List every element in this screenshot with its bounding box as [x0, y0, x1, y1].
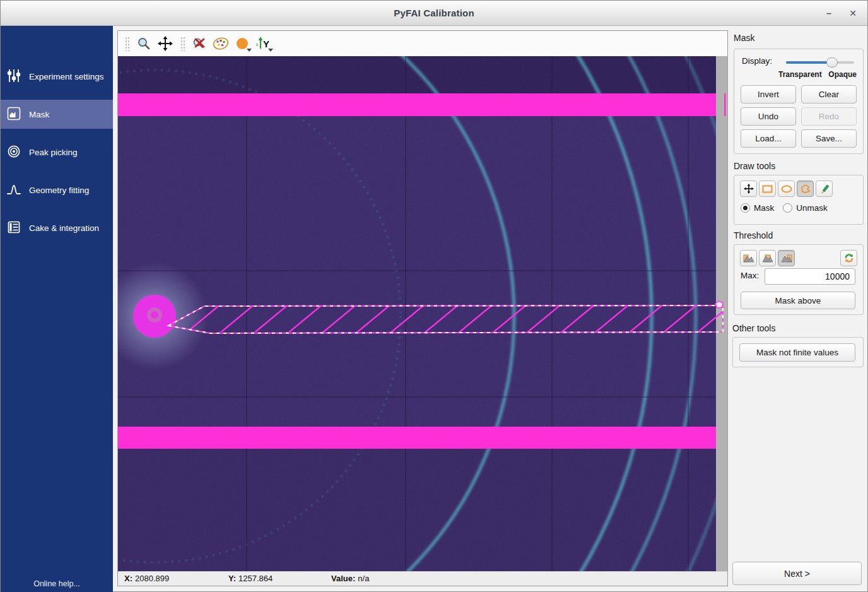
mask-above-tool-button[interactable] — [778, 250, 795, 266]
sidebar-item-mask[interactable]: Mask — [1, 100, 113, 129]
mask-not-finite-button[interactable]: Mask not finite values — [739, 343, 855, 362]
reload-histogram-button[interactable] — [840, 250, 857, 266]
plot-toolbar: 0 Y — [118, 31, 727, 56]
threshold-groupbox: Max: Mask above — [734, 244, 864, 315]
cake-icon — [7, 220, 21, 236]
mask-bar-bottom — [118, 427, 716, 449]
mask-groupbox: Display: Transparent Opaque Invert Clear… — [734, 49, 864, 154]
cursor-value-readout: Value:n/a — [331, 574, 369, 583]
pencil-tool-button[interactable] — [816, 181, 833, 197]
target-icon — [7, 145, 21, 160]
draw-tools-groupbox: Mask Unmask — [734, 175, 864, 225]
undo-button[interactable]: Undo — [741, 107, 796, 126]
colormap-icon[interactable] — [211, 34, 230, 53]
slider-thumb[interactable] — [826, 57, 838, 68]
display-label: Display: — [742, 56, 772, 66]
title-bar: PyFAI Calibration – ✕ — [1, 1, 867, 26]
sidebar-item-label: Cake & integration — [29, 223, 99, 233]
sidebar: Experiment settings Mask Peak picking — [1, 26, 113, 592]
sidebar-item-peak-picking[interactable]: Peak picking — [1, 138, 113, 167]
mask-bar-edge — [724, 93, 726, 116]
sidebar-item-label: Peak picking — [29, 148, 78, 157]
max-label: Max: — [741, 271, 759, 280]
plot-panel: 0 Y — [117, 30, 728, 586]
svg-text:0: 0 — [256, 43, 259, 47]
mask-between-tool-button[interactable] — [759, 250, 776, 266]
toolbar-grip[interactable] — [180, 36, 185, 51]
toolbar-grip[interactable] — [124, 36, 129, 51]
next-button[interactable]: Next > — [732, 562, 862, 585]
peak-curve-icon — [7, 182, 21, 198]
invert-button[interactable]: Invert — [741, 85, 796, 104]
beam-stop-mask — [133, 295, 176, 338]
cursor-x-readout: X:2080.899 — [124, 574, 169, 583]
slider-min-label: Transparent — [778, 70, 822, 79]
draw-tools-title: Draw tools — [734, 161, 775, 171]
pan-icon[interactable] — [156, 34, 175, 53]
zoom-reset-icon[interactable] — [190, 34, 209, 53]
sliders-icon — [7, 69, 21, 85]
hatched-mask-band[interactable] — [168, 305, 723, 333]
polygon-tool-button[interactable] — [797, 181, 814, 197]
zoom-icon[interactable] — [134, 34, 153, 53]
mask-color-icon[interactable] — [233, 34, 252, 53]
sidebar-item-label: Experiment settings — [29, 72, 104, 81]
y-axis-orientation-icon[interactable]: 0 Y — [254, 34, 273, 53]
sidebar-item-label: Geometry fitting — [29, 186, 89, 195]
app-window: PyFAI Calibration – ✕ Experiment setting… — [0, 0, 868, 592]
ellipse-tool-button[interactable] — [778, 181, 795, 197]
minimize-button[interactable]: – — [818, 1, 840, 26]
other-tools-title: Other tools — [732, 323, 775, 333]
mask-bar-top — [118, 93, 716, 116]
svg-text:Y: Y — [263, 38, 269, 49]
save-button[interactable]: Save... — [801, 129, 857, 148]
mask-section-title: Mask — [734, 33, 754, 43]
unmask-mode-radio[interactable]: Unmask — [783, 203, 828, 213]
mask-icon — [7, 107, 21, 122]
clear-button[interactable]: Clear — [801, 85, 857, 104]
online-help-link[interactable]: Online help... — [1, 579, 113, 588]
sidebar-item-geometry-fitting[interactable]: Geometry fitting — [1, 175, 113, 204]
max-threshold-input[interactable] — [765, 268, 855, 285]
mask-below-tool-button[interactable] — [740, 250, 757, 266]
redo-button[interactable]: Redo — [801, 107, 857, 126]
window-title: PyFAI Calibration — [394, 8, 474, 18]
radio-selected-icon — [741, 203, 750, 213]
threshold-title: Threshold — [734, 230, 773, 240]
rectangle-tool-button[interactable] — [759, 181, 776, 197]
load-button[interactable]: Load... — [741, 129, 796, 148]
sidebar-item-cake-integration[interactable]: Cake & integration — [1, 213, 113, 242]
cursor-y-readout: Y:1257.864 — [228, 574, 273, 583]
radio-unselected-icon — [783, 203, 792, 213]
sidebar-item-experiment-settings[interactable]: Experiment settings — [1, 62, 113, 91]
close-button[interactable]: ✕ — [842, 1, 864, 26]
mask-mode-radio[interactable]: Mask — [741, 203, 774, 213]
slider-max-label: Opaque — [828, 70, 857, 79]
canvas-overlay — [118, 56, 727, 571]
sidebar-item-label: Mask — [29, 110, 49, 119]
mask-above-button[interactable]: Mask above — [741, 292, 855, 309]
chevron-down-icon — [268, 49, 273, 52]
mask-opacity-slider[interactable] — [786, 61, 854, 64]
polygon-anchor-handle[interactable] — [715, 301, 723, 308]
pan-tool-button[interactable] — [740, 181, 757, 197]
other-tools-groupbox: Mask not finite values — [732, 337, 864, 367]
plot-status-bar: X:2080.899 Y:1257.864 Value:n/a — [118, 571, 727, 586]
chevron-down-icon — [247, 49, 252, 52]
